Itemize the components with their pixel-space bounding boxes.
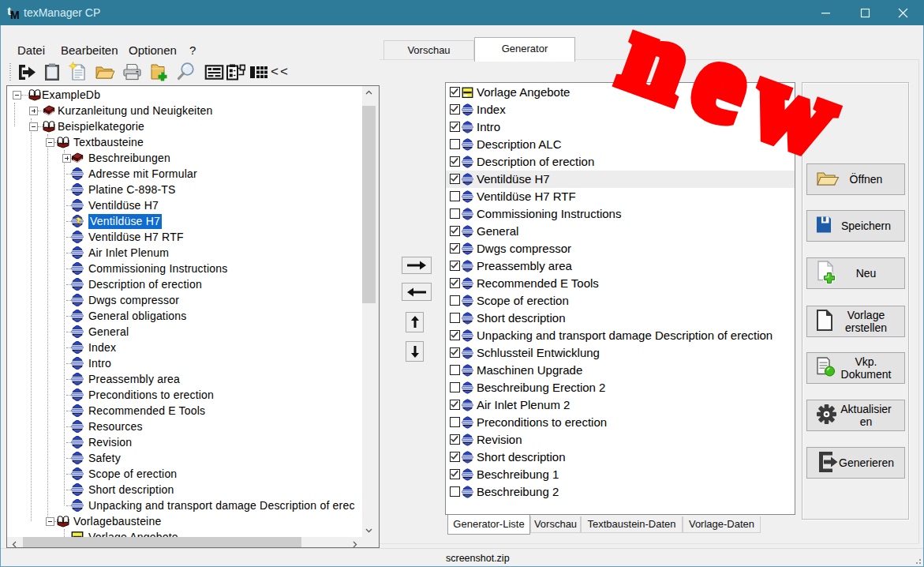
svg-text:new: new [608,0,866,183]
